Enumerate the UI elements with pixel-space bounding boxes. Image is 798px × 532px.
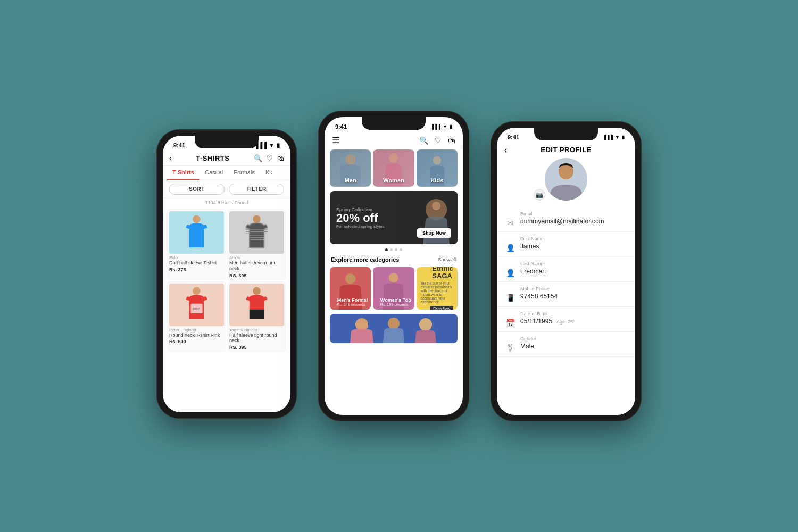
dob-value: 05/11/1995 [520,318,552,325]
gender-field-row[interactable]: ⚧ Gender Male [497,332,635,357]
ethnic-bottom-banner[interactable] [330,314,458,343]
phone-label: Mobile Phone [520,286,627,292]
product-grid: ♡ Polo Drift half sleeve T-shirt Rs. 375 [163,207,290,354]
status-icons-2: ▐▐▐ ▼ ▮ [430,124,452,129]
explore-women-top-sub: Rs. 199 onwards [380,303,411,306]
gender-label: Gender [520,336,627,342]
firstname-field-row[interactable]: 👤 First Name James [497,232,635,257]
email-field-row[interactable]: ✉ Email dummyemail@mailinator.com [497,207,635,232]
status-time-3: 9:41 [508,134,519,140]
banner-title: 20% off [336,212,385,224]
menu-icon[interactable]: ☰ [332,135,339,145]
promo-banner[interactable]: Spring Collection 20% off For selected s… [330,191,458,244]
heart-icon-4[interactable]: ♡ [278,284,284,291]
header-icons-1: 🔍 ♡ 🛍 [254,154,284,162]
p3-header: ‹ EDIT PROFILE [497,144,635,158]
product-image-1 [169,211,224,254]
heart-icon-1[interactable]: ♡ [218,211,224,219]
svg-point-31 [559,164,573,179]
category-kids[interactable]: Kids [417,149,458,187]
shop-now-button[interactable]: Shop Now [417,228,451,238]
signal-icon-2: ▐▐▐ [430,124,440,129]
filter-bar: SORT FILTER [163,180,290,198]
phone-value: 97458 65154 [520,293,627,300]
explore-women-top[interactable]: Women's Top Rs. 199 onwards [373,267,414,310]
person-icon-1: 👤 [505,244,515,252]
wishlist-icon[interactable]: ♡ [267,154,273,162]
product-price-1: Rs. 375 [169,267,224,272]
signal-icon-3: ▐▐▐ [603,135,613,140]
product-item[interactable]: ♡ Arrow Men half sleeve round neck RS. 3… [227,209,286,280]
heart-icon-2[interactable]: ♡ [278,211,284,219]
back-button-3[interactable]: ‹ [504,145,507,155]
header-actions: 🔍 ♡ 🛍 [419,136,455,145]
page-title-1: T-SHIRTS [196,154,229,162]
ethnic-desc: Tell the tale of your exquisite personal… [421,281,453,304]
product-item[interactable]: ♡ Tommy Hilfiger Half sleeve tight round… [227,281,286,353]
brand-2: Arrow [229,255,284,260]
tab-casual[interactable]: Casual [200,166,228,180]
email-icon: ✉ [505,219,515,227]
ethnic-shop-btn[interactable]: Shop Now [430,306,453,310]
heart-icon-3[interactable]: ♡ [218,284,224,291]
svg-point-29 [419,318,432,331]
svg-point-11 [253,287,261,295]
lastname-label: Last Name [520,261,627,267]
explore-men-formal[interactable]: Men's Formal Rs. 349 onwards [330,267,371,310]
profile-avatar [545,158,587,201]
status-time-2: 9:41 [335,123,347,130]
product-item[interactable]: ♡ Polo Drift half sleeve T-shirt Rs. 375 [167,209,226,280]
phone-notch-3 [534,128,598,140]
search-icon-2[interactable]: 🔍 [419,136,428,145]
phone-field-row[interactable]: 📱 Mobile Phone 97458 65154 [497,282,635,307]
cart-icon[interactable]: 🛍 [277,154,284,162]
dob-field-row[interactable]: 📅 Date of Birth 05/11/1995 Age: 25 [497,307,635,332]
product-name-1: Drift half sleeve T-shirt [169,260,224,266]
category-kids-label: Kids [430,177,443,184]
person-icon-2: 👤 [505,269,515,277]
cart-icon-2[interactable]: 🛍 [448,136,455,145]
product-image-2 [229,211,284,254]
wishlist-icon-2[interactable]: ♡ [435,136,442,145]
avatar-wrapper: 📷 [545,158,587,201]
back-icon[interactable]: ‹ [169,154,172,162]
category-men[interactable]: Men [330,149,371,187]
tab-ku[interactable]: Ku [260,166,278,180]
phone-icon: 📱 [505,294,515,302]
product-name-2: Men half sleeve round neck [229,260,284,272]
search-icon[interactable]: 🔍 [254,154,262,162]
banner-desc: For selected spring styles [336,224,385,229]
email-content: Email dummyemail@mailinator.com [520,211,627,225]
tshirt-figure-2 [242,213,271,253]
gender-value: Male [520,343,627,350]
p2-header: ☰ 🔍 ♡ 🛍 [325,133,463,149]
brand-1: Polo [169,255,224,260]
phone-notch-2 [362,117,426,130]
svg-rect-12 [250,310,264,319]
gender-icon: ⚧ [505,344,515,352]
tab-formals[interactable]: Formals [228,166,260,180]
svg-point-14 [345,154,355,164]
tshirt-figure-4 [242,285,271,325]
show-all-link[interactable]: Show All [438,257,456,262]
status-time-1: 9:41 [173,142,185,148]
sort-button[interactable]: SORT [169,184,225,195]
carousel-dots [325,248,463,251]
category-grid: Men Women Kids [325,149,463,191]
firstname-label: First Name [520,236,627,242]
product-price-4: RS. 395 [229,345,284,350]
filter-button[interactable]: FILTER [229,184,284,195]
avatar-section: 📷 [497,158,635,201]
tab-tshirts[interactable]: T Shirts [167,166,200,180]
ethnic-title: EthnicSAGA [432,267,453,280]
product-item[interactable]: PRINT ♡ Peter England Round neck T-shirt… [167,281,226,353]
explore-ethnic-saga[interactable]: EthnicSAGA Tell the tale of your exquisi… [417,267,458,310]
camera-button[interactable]: 📷 [534,189,545,201]
explore-grid: Men's Formal Rs. 349 onwards Women's Top… [325,265,463,312]
email-label: Email [520,211,627,217]
lastname-field-row[interactable]: 👤 Last Name Fredman [497,257,635,282]
category-women[interactable]: Women [373,149,414,187]
svg-point-28 [388,318,400,329]
tshirt-figure-3: PRINT [182,285,211,325]
product-price-3: Rs. 690 [169,339,224,344]
